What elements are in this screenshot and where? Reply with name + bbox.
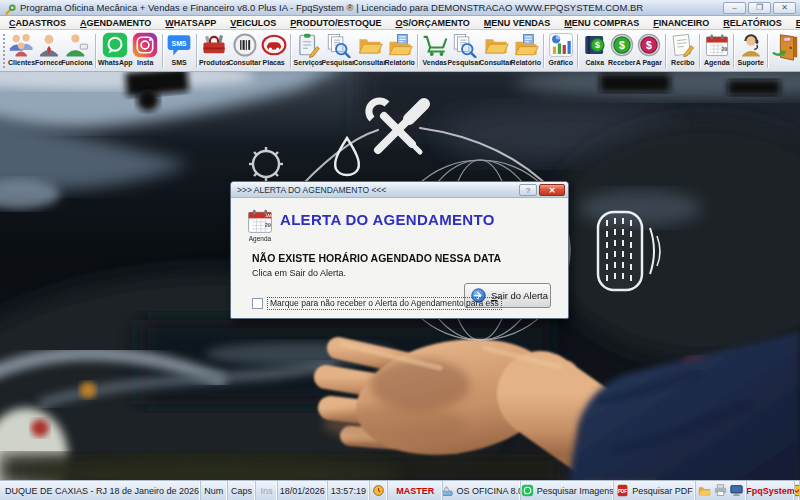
toolbar-caixa-button[interactable]: $Caixa [581, 31, 608, 71]
status-bar: DUQUE DE CAXIAS - RJ 18 de Janeiro de 20… [0, 480, 800, 500]
whatsapp-icon [102, 32, 128, 58]
toolbar-a-pagar-button[interactable]: $A Pagar [635, 31, 662, 71]
toolbar-relatorio-button[interactable]: Relatório [385, 31, 414, 71]
open-folder-icon [483, 32, 509, 58]
menu-produto-estoque[interactable]: PRODUTO/ESTOQUE [283, 18, 388, 28]
toolbar-separator [696, 31, 703, 71]
menu-whatsapp[interactable]: WHATSAPP [158, 18, 223, 28]
status-tools-cell [696, 481, 747, 500]
chart-icon [548, 32, 574, 58]
toolbar-vendas-button[interactable]: Vendas [421, 31, 448, 71]
alert-dialog-titlebar[interactable]: >>> ALERTA DO AGENDAMENTO <<< ? ✕ [231, 182, 568, 198]
toolbar-label: SMS [172, 58, 187, 67]
search-docs-icon [451, 32, 477, 58]
dialog-help-button[interactable]: ? [519, 184, 537, 196]
toolbar-label: Relatório [385, 58, 415, 67]
toolbar-insta-button[interactable]: Insta [132, 31, 159, 71]
open-folder-icon [357, 32, 383, 58]
restore-button[interactable]: ❐ [748, 2, 771, 14]
menu-relatorios[interactable]: RELATÓRIOS [716, 18, 788, 28]
calendar-icon: 29 [704, 32, 730, 58]
toolbox-icon [201, 32, 227, 58]
toolbar-fornece-button[interactable]: Fornece [35, 31, 62, 71]
toolbar-clientes-button[interactable]: Clientes [8, 31, 35, 71]
toolbar-consultar-button[interactable]: Consultar [354, 31, 385, 71]
menu-os-orcamento[interactable]: OS/ORÇAMENTO [388, 18, 476, 28]
toolbar-recibo-button[interactable]: Recibo [669, 31, 696, 71]
menu-estatistica[interactable]: ESTATISTICA [789, 18, 800, 28]
alert-dialog: >>> ALERTA DO AGENDAMENTO <<< ? ✕ JAN 29 [230, 181, 569, 319]
supplier-icon [36, 32, 62, 58]
monitor-icon[interactable] [730, 484, 743, 497]
toolbar-whatsapp-button[interactable]: WhatsApp [99, 31, 132, 71]
status-location: DUQUE DE CAXIAS - RJ 18 de Janeiro de 20… [0, 481, 201, 500]
menu-cadastros[interactable]: CADASTROS [2, 18, 73, 28]
toolbar-label: WhatsApp [98, 58, 133, 67]
plate-car-icon [261, 32, 287, 58]
toolbar-agenda-button[interactable]: 29Agenda [703, 31, 730, 71]
toolbar-suporte-button[interactable]: Suporte [737, 31, 764, 71]
toolbar-consultar-button[interactable]: Consultar [480, 31, 511, 71]
status-caps: Caps [228, 481, 257, 500]
toolbar-separator [764, 31, 771, 71]
money-green-icon: $ [609, 32, 635, 58]
alert-dialog-title: >>> ALERTA DO AGENDAMENTO <<< [237, 185, 517, 195]
app-icon [4, 2, 16, 14]
toolbar-separator [730, 31, 737, 71]
menu-veiculos[interactable]: VEICULOS [223, 18, 283, 28]
toolbar-relatorio-button[interactable]: Relatório [511, 31, 540, 71]
status-module: OS OFICINA 8.0 [443, 481, 521, 500]
toolbar-separator [193, 31, 200, 71]
svg-text:29: 29 [721, 46, 727, 52]
suppress-alert-checkbox[interactable] [252, 298, 263, 309]
toolbar-sms-button[interactable]: SMSSMS [166, 31, 193, 71]
support-icon [738, 32, 764, 58]
toolbar-pesquisar-button[interactable]: Pesquisar [322, 31, 354, 71]
status-search-images[interactable]: Pesquisar Imagens [521, 481, 614, 500]
clock-icon [372, 484, 385, 497]
toolbar-separator [414, 31, 421, 71]
status-ins: Ins [256, 481, 278, 500]
toolbar-consultar-button[interactable]: Consultar [229, 31, 260, 71]
toolbar-produtos-button[interactable]: Produtos [200, 31, 229, 71]
instagram-icon [132, 32, 158, 58]
menu-menu-compras[interactable]: MENU COMPRAS [557, 18, 646, 28]
status-brand-icon-cell [795, 481, 800, 500]
window-title: Programa Oficina Mecânica + Vendas e Fin… [20, 2, 719, 13]
menu-menu-vendas[interactable]: MENU VENDAS [477, 18, 558, 28]
os-icon [443, 484, 453, 497]
sms-icon: SMS [166, 32, 192, 58]
workspace-background: >>> ALERTA DO AGENDAMENTO <<< ? ✕ JAN 29 [0, 72, 800, 480]
toolbar-label: Consultar [479, 58, 512, 67]
status-num: Num [201, 481, 228, 500]
toolbar-separator [287, 31, 294, 71]
toolbar-label: Consultar [228, 58, 261, 67]
menu-agendamento[interactable]: AGENDAMENTO [73, 18, 158, 28]
alert-heading: ALERTA DO AGENDAMENTO [280, 211, 495, 228]
toolbar-exit-button[interactable]: EXIT [771, 31, 800, 71]
toolbar-placas-button[interactable]: Placas [260, 31, 287, 71]
folder-icon[interactable] [698, 484, 711, 497]
toolbar-funciona-button[interactable]: Funciona [62, 31, 92, 71]
toolbar-servicos-button[interactable]: Serviços [294, 31, 322, 71]
printer-icon[interactable] [714, 484, 727, 497]
close-button[interactable]: ✕ [773, 2, 796, 14]
toolbar-pesquisar-button[interactable]: Pesquisar [448, 31, 480, 71]
employee-icon [64, 32, 90, 58]
pdf-icon: PDF [616, 484, 629, 497]
toolbar-label: Insta [137, 58, 153, 67]
toolbar-label: Pesquisar [321, 58, 354, 67]
svg-text:EXIT: EXIT [783, 37, 790, 41]
toolbar-label: Gráfico [549, 58, 574, 67]
status-search-pdf[interactable]: PDF Pesquisar PDF [614, 481, 695, 500]
minimize-button[interactable]: – [723, 2, 746, 14]
app-window: Programa Oficina Mecânica + Vendas e Fin… [0, 0, 800, 500]
toolbar-grafico-button[interactable]: Gráfico [547, 31, 574, 71]
report-icon [513, 32, 539, 58]
agenda-icon-label: Agenda [244, 235, 276, 242]
receipt-icon [670, 32, 696, 58]
menu-financeiro[interactable]: FINANCEIRO [646, 18, 716, 28]
toolbar-label: Receber [608, 58, 636, 67]
toolbar-receber-button[interactable]: $Receber [608, 31, 635, 71]
dialog-close-button[interactable]: ✕ [539, 184, 565, 196]
